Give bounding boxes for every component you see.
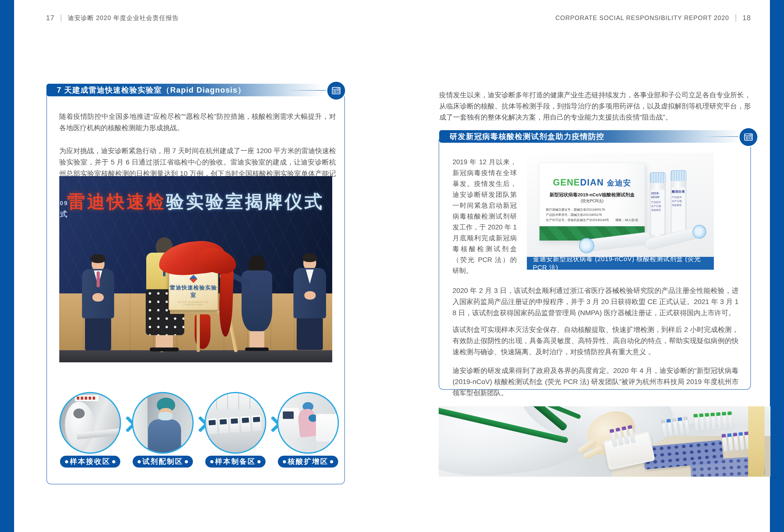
vial-cap <box>650 172 666 183</box>
process-photo-sample-receiving <box>59 392 121 454</box>
header-divider <box>735 14 736 22</box>
left-edge-accent-bar <box>0 0 14 532</box>
process-photo-sample-prep <box>204 392 266 454</box>
vial-cap <box>671 170 687 181</box>
process-label-1: 样本接收区 <box>60 456 120 468</box>
tie <box>96 272 100 287</box>
right-paragraph-3: 迪安诊断的研发成果得到了政府及各界的高度肯定。2020 年 4 月，迪安诊断的“… <box>452 365 738 398</box>
technician-pink-gown <box>297 408 318 438</box>
person-female-navy <box>241 258 273 351</box>
tube-cluster <box>694 415 733 432</box>
test-kit-box: GENEDIAN 金迪安 新型冠状病毒2019-nCoV核酸检测试剂盒 (荧光P… <box>539 163 645 241</box>
head <box>250 258 263 273</box>
plaque-logo <box>189 275 197 283</box>
page-header-left: 17 迪安诊断 2020 年度企业社会责任报告 <box>46 14 179 22</box>
brand-logo: GENEDIAN 金迪安 <box>539 177 645 188</box>
suit-torso <box>82 269 114 318</box>
head <box>303 255 316 270</box>
person-male-left <box>82 256 114 351</box>
plaque-title: 雷迪快速检验实验室 <box>169 284 218 299</box>
page-number-left: 17 <box>46 14 54 22</box>
hands <box>92 293 104 302</box>
screen-side-text-1: 09 <box>60 200 68 207</box>
plaque-subtitle: RAPID DIAGNOSTICS LABORATORY <box>169 301 218 306</box>
reagent-vial-standing: 2019-nCoV 产品批号 生产日期 有效期至 <box>650 172 666 237</box>
report-title-en: CORPORATE SOCIAL RESPONSIBILITY REPORT 2… <box>555 14 729 22</box>
pcr-machine <box>280 408 299 438</box>
right-section-banner: 研发新冠病毒核酸检测试剂盒助力疫情防控 <box>439 130 751 143</box>
person-male-right <box>293 255 326 350</box>
head <box>92 256 105 271</box>
easel-leg <box>197 309 200 352</box>
left-section-banner: 7 天建成雷迪快速检验实验室（Rapid Diagnosis） <box>47 84 332 96</box>
screen-title-light: 验实验室揭牌仪式 <box>166 192 324 212</box>
process-photo-amplification <box>277 392 339 454</box>
right-section-title: 研发新冠病毒核酸检测试剂盒助力疫情防控 <box>450 131 605 142</box>
lab-technician <box>148 419 181 454</box>
left-paragraph-1: 随着疫情防控中全国多地推进“应检尽检”“愿检尽检”防控措施，核酸检测需求大幅提升… <box>59 111 336 134</box>
screen-title-red: 雷迪快速检 <box>67 192 166 212</box>
page-number-right: 18 <box>743 14 751 22</box>
lab-testing-photo <box>439 406 771 477</box>
screen-title: 雷迪快速检验实验室揭牌仪式 <box>59 190 332 214</box>
reagent-vial-standing: 酶混合液 产品批号 生产日期 有效期至 <box>671 170 687 235</box>
right-paragraph-2: 该试剂盒可实现样本灭活安全保存、自动核酸提取、快速扩增检测，到样后 2 小时完成… <box>452 324 738 357</box>
right-edge-accent-bar <box>770 0 784 532</box>
face-mask <box>158 412 173 420</box>
process-photo-reagent-prep <box>132 392 194 454</box>
analyzer-row <box>207 415 266 437</box>
right-paragraph-1: 2020 年 2 月 3 日，该试剂盒顺利通过浙江省医疗器械检验研究院的产品注册… <box>452 285 738 318</box>
product-caption-bar: 金迪安新型冠状病毒 (2019-nCoV) 核酸检测试剂盒 (荧光 PCR 法) <box>527 257 714 270</box>
header-divider <box>61 14 61 22</box>
hands <box>304 291 316 300</box>
report-spread: 17 迪安诊断 2020 年度企业社会责任报告 CORPORATE SOCIAL… <box>0 0 784 532</box>
test-kit-product-photo: GENEDIAN 金迪安 新型冠状病毒2019-nCoV核酸检测试剂盒 (荧光P… <box>527 153 714 257</box>
box-subtitle: (荧光PCR法) <box>539 199 645 204</box>
stage-floor <box>59 350 332 362</box>
page-header-right: CORPORATE SOCIAL RESPONSIBILITY REPORT 2… <box>555 14 751 22</box>
newspaper-icon <box>743 132 754 142</box>
report-title-cn: 迪安诊断 2020 年度企业社会责任报告 <box>68 14 179 22</box>
process-label-4: 核酸扩增区 <box>278 456 338 468</box>
suit-torso <box>293 268 326 318</box>
navy-dress <box>242 271 272 331</box>
ceremony-photo: 雷迪快速检验实验室揭牌仪式 09 式 <box>59 176 332 362</box>
unveiling-plaque: 雷迪快速检验实验室 RAPID DIAGNOSTICS LABORATORY <box>168 272 218 310</box>
left-section-title: 7 天建成雷迪快速检验实验室（Rapid Diagnosis） <box>57 85 246 95</box>
box-title: 新型冠状病毒2019-nCoV核酸检测试剂盒 <box>539 192 645 198</box>
process-label-3: 样本制备区 <box>205 456 265 468</box>
news-icon <box>326 81 346 101</box>
screen-side-text-2: 式 <box>60 209 67 219</box>
newspaper-icon <box>331 85 341 96</box>
process-label-2: 试剂配制区 <box>133 456 193 468</box>
narrow-column-text: 2019 年 12 月以来，新冠病毒疫情在全球暴发。疫情发生后，迪安诊断研发团队… <box>452 157 517 276</box>
registration-info: 医疗器械注册证号：国械注准20213400176 产品技术要求号：国械注准202… <box>539 207 645 223</box>
right-intro-paragraph: 疫情发生以来，迪安诊断多年打造的健康产业生态链持续发力，各事业部和子公司立足各自… <box>439 89 751 123</box>
news-icon <box>738 127 759 147</box>
background-pillar <box>748 406 764 477</box>
